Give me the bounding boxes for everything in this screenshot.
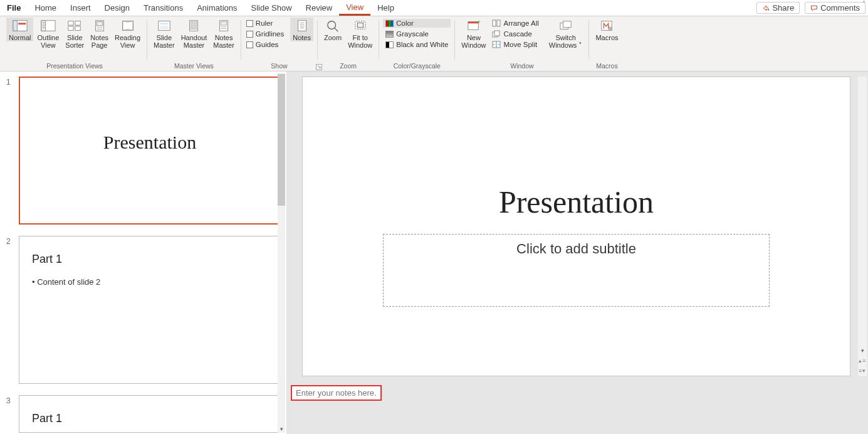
color-swatch-icon: [385, 20, 394, 27]
gridlines-checkbox[interactable]: Gridlines: [245, 29, 285, 38]
notes-page-label: NotesPage: [90, 34, 108, 49]
notes-page-button[interactable]: NotesPage: [88, 18, 111, 49]
svg-rect-46: [494, 31, 499, 36]
new-window-button[interactable]: + NewWindow: [459, 18, 488, 49]
svg-rect-4: [41, 21, 45, 31]
tab-home[interactable]: Home: [28, 0, 63, 16]
normal-view-icon: [13, 19, 28, 32]
tab-file[interactable]: File: [0, 0, 28, 16]
zoom-icon: [325, 19, 340, 32]
bw-swatch-icon: [385, 41, 394, 48]
slide-thumbnail-1[interactable]: Presentation: [19, 77, 281, 225]
group-show: Ruler Gridlines Guides Notes Show↘: [241, 16, 317, 71]
slide-sorter-icon: [67, 19, 82, 32]
slide-master-button[interactable]: SlideMaster: [151, 18, 177, 49]
svg-rect-44: [497, 20, 500, 26]
group-label: Show↘: [245, 61, 313, 71]
cascade-icon: [492, 30, 501, 38]
editor-scroll-down[interactable]: ▾: [858, 346, 867, 355]
guides-label: Guides: [256, 41, 278, 48]
arrange-all-button[interactable]: Arrange All: [489, 19, 541, 28]
group-window: + NewWindow Arrange All Cascade Move Spl…: [455, 16, 588, 71]
macros-button[interactable]: Macros: [593, 18, 620, 41]
switch-windows-button[interactable]: SwitchWindows ˅: [546, 18, 585, 49]
tab-slideshow[interactable]: Slide Show: [244, 0, 299, 16]
svg-rect-2: [18, 23, 26, 24]
notes-master-button[interactable]: NotesMaster: [211, 18, 237, 49]
notes-icon: [295, 19, 310, 32]
ruler-checkbox[interactable]: Ruler: [245, 19, 285, 28]
next-slide-button[interactable]: ≡▾: [859, 368, 866, 374]
slide-thumbnails-pane: 1 Presentation 2 Part 1 • Content of sli…: [0, 71, 287, 434]
ruler-label: Ruler: [256, 19, 273, 27]
svg-rect-25: [191, 28, 194, 29]
notes-page-icon: [92, 19, 107, 32]
group-zoom: Zoom Fit toWindow Zoom: [318, 16, 379, 71]
svg-text:+: +: [477, 19, 480, 25]
group-color: Color Grayscale Black and White Color/Gr…: [379, 16, 454, 71]
slide-editor-pane: Presentation Click to add subtitle ▴ ▾ ▴…: [287, 71, 868, 434]
fit-label: Fit toWindow: [348, 34, 372, 49]
share-button[interactable]: Share: [756, 2, 800, 14]
tab-transitions[interactable]: Transitions: [137, 0, 190, 16]
bw-label: Black and White: [396, 41, 448, 48]
svg-rect-43: [493, 20, 496, 26]
move-split-button[interactable]: Move Split: [489, 40, 541, 49]
svg-rect-19: [160, 26, 168, 29]
grayscale-button[interactable]: Grayscale: [383, 29, 451, 38]
switch-label: SwitchWindows ˅: [549, 34, 583, 49]
cascade-button[interactable]: Cascade: [489, 29, 541, 38]
group-label: Macros: [593, 61, 620, 71]
thumb-title: Presentation: [20, 132, 280, 153]
color-button[interactable]: Color: [383, 19, 451, 28]
subtitle-placeholder-box[interactable]: Click to add subtitle: [383, 234, 770, 307]
handout-master-icon: [186, 19, 201, 32]
editor-scrollbar-track[interactable]: [858, 77, 867, 376]
bw-button[interactable]: Black and White: [383, 40, 451, 49]
collapse-ribbon-button[interactable]: ˄: [859, 0, 868, 9]
svg-rect-26: [194, 28, 197, 29]
tab-insert[interactable]: Insert: [63, 0, 98, 16]
gray-label: Grayscale: [396, 30, 429, 38]
slide-number: 1: [6, 78, 11, 87]
svg-rect-13: [97, 22, 102, 26]
slide-canvas[interactable]: Presentation Click to add subtitle: [302, 77, 850, 376]
slide-thumbnail-3[interactable]: Part 1: [19, 395, 281, 433]
comments-button[interactable]: Comments: [805, 2, 865, 14]
outline-view-button[interactable]: OutlineView: [34, 18, 61, 49]
slide-master-icon: [157, 19, 172, 32]
reading-view-button[interactable]: ReadingView: [112, 18, 143, 49]
svg-rect-1: [13, 21, 17, 31]
gray-swatch-icon: [385, 31, 394, 38]
thumbs-scroll-down[interactable]: ▾: [278, 425, 285, 433]
tab-help[interactable]: Help: [370, 0, 401, 16]
handout-master-button[interactable]: HandoutMaster: [179, 18, 210, 49]
split-label: Move Split: [503, 41, 537, 48]
slide-thumbnail-2[interactable]: Part 1 • Content of slide 2: [19, 236, 281, 384]
notes-input[interactable]: Enter your notes here.: [291, 385, 382, 401]
svg-rect-11: [75, 26, 80, 30]
cascade-label: Cascade: [503, 30, 531, 38]
group-master-views: SlideMaster HandoutMaster NotesMaster Ma…: [147, 16, 241, 71]
slide-number: 3: [6, 396, 11, 405]
fit-window-button[interactable]: Fit toWindow: [345, 18, 375, 49]
svg-rect-50: [563, 21, 571, 28]
slide-number: 2: [6, 237, 11, 246]
slide-sorter-button[interactable]: SlideSorter: [63, 18, 86, 49]
guides-checkbox[interactable]: Guides: [245, 40, 285, 49]
tab-review[interactable]: Review: [299, 0, 340, 16]
thumbs-scrollbar-thumb[interactable]: [278, 74, 285, 206]
zoom-button[interactable]: Zoom: [322, 18, 344, 41]
svg-rect-38: [355, 21, 365, 29]
prev-slide-button[interactable]: ▴≡: [859, 357, 866, 364]
ribbon: Normal OutlineView SlideSorter NotesPage…: [0, 16, 868, 71]
thumb-heading: Part 1: [32, 253, 280, 266]
notes-toggle-button[interactable]: Notes: [290, 18, 313, 41]
normal-view-button[interactable]: Normal: [6, 18, 33, 41]
slide-title[interactable]: Presentation: [303, 184, 850, 220]
reading-label: ReadingView: [115, 34, 140, 49]
group-macros: Macros Macros: [589, 16, 624, 71]
tab-design[interactable]: Design: [98, 0, 137, 16]
tab-animations[interactable]: Animations: [190, 0, 244, 16]
tab-view[interactable]: View: [339, 0, 370, 16]
